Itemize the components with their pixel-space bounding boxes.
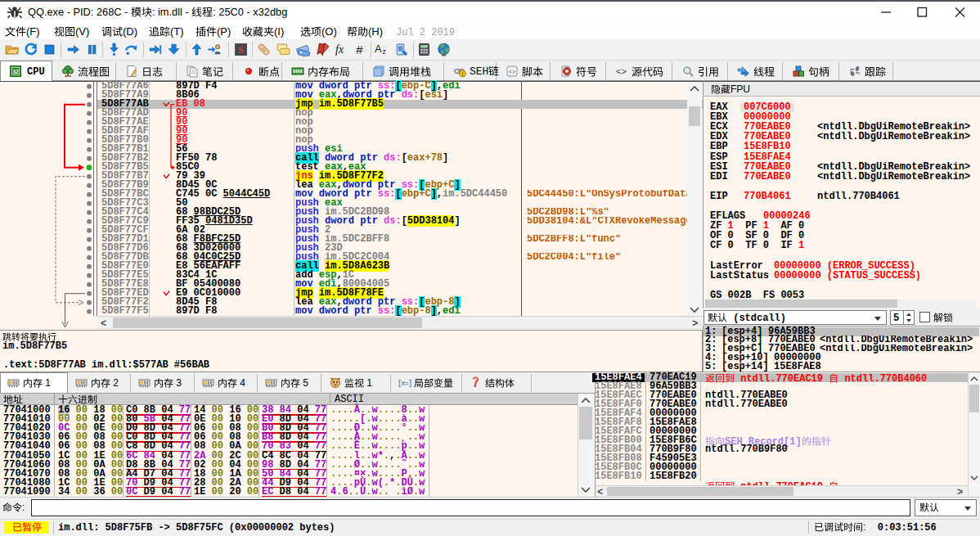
svg-text:[x=]: [x=] bbox=[398, 380, 411, 388]
svg-text:<>: <> bbox=[509, 69, 515, 75]
svg-text:fx: fx bbox=[335, 43, 344, 56]
svg-text:S: S bbox=[238, 45, 244, 56]
svg-text:<>: <> bbox=[616, 66, 627, 76]
svg-text:A: A bbox=[375, 43, 382, 55]
svg-text:32: 32 bbox=[12, 69, 19, 74]
svg-text:#: # bbox=[356, 43, 363, 56]
svg-text:!: ! bbox=[461, 71, 463, 77]
svg-text:z: z bbox=[383, 47, 386, 56]
